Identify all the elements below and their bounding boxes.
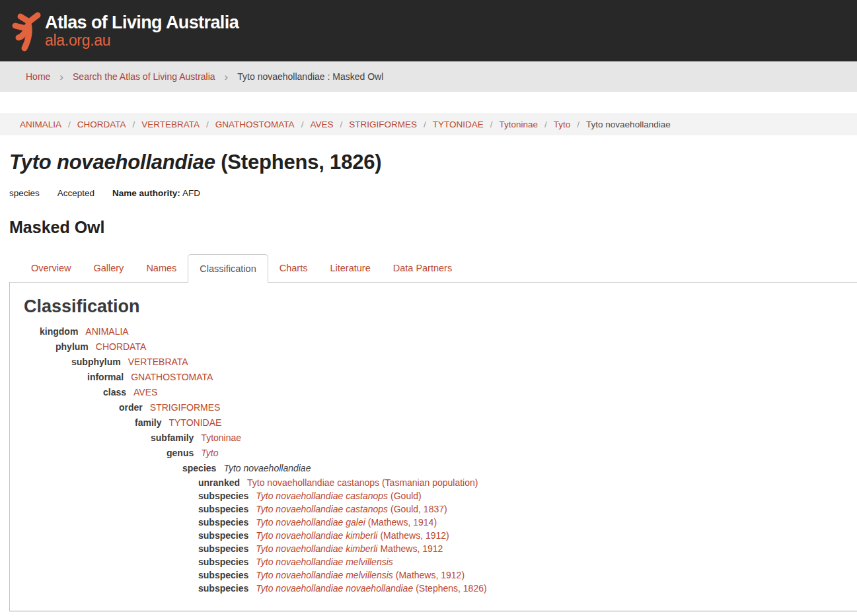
- tab-data-partners[interactable]: Data Partners: [382, 254, 463, 282]
- taxonomy-separator: /: [68, 120, 71, 129]
- taxonomy-breadcrumb-item: Tytoninae /: [499, 120, 553, 129]
- page-title: Tyto novaehollandiae (Stephens, 1826): [9, 151, 857, 174]
- breadcrumb-separator-icon: ›: [59, 71, 63, 83]
- taxon-link[interactable]: Tyto novaehollandiae castanops (Tasmania…: [247, 477, 478, 488]
- rank-label: informal: [87, 372, 124, 382]
- taxon-name: Tyto novaehollandiae melvillensis: [256, 557, 393, 567]
- taxonomy-breadcrumb-link[interactable]: AVES: [310, 120, 333, 129]
- taxon-link[interactable]: Tyto novaehollandiae kimberli(Mathews, 1…: [256, 530, 449, 541]
- main-content: Tyto novaehollandiae (Stephens, 1826) sp…: [0, 151, 857, 611]
- taxon-name: GNATHOSTOMATA: [131, 372, 213, 382]
- taxon-link[interactable]: Tyto novaehollandiae castanops(Gould): [256, 491, 421, 501]
- rank-label: subspecies: [198, 530, 248, 541]
- tab-list: Overview Gallery Names Classification Ch…: [20, 254, 857, 282]
- taxon-link[interactable]: Tyto novaehollandiae melvillensis(Mathew…: [256, 570, 465, 580]
- classification-row: kingdomANIMALIA: [24, 324, 844, 339]
- tab-overview[interactable]: Overview: [20, 254, 82, 282]
- breadcrumb-link[interactable]: Search the Atlas of Living Australia: [73, 71, 215, 82]
- rank-label: kingdom: [40, 326, 78, 337]
- taxon-author: (Gould, 1837): [391, 504, 447, 514]
- taxon-name: Tytoninae: [201, 432, 241, 443]
- rank-label: species: [182, 463, 216, 473]
- tab-literature[interactable]: Literature: [318, 254, 381, 282]
- classification-row: genusTyto: [24, 446, 844, 461]
- taxonomy-breadcrumb-link[interactable]: STRIGIFORMES: [349, 120, 417, 129]
- rank-label: subfamily: [151, 432, 194, 443]
- site-header: Atlas of Living Australia ala.org.au: [0, 0, 857, 61]
- taxon-name: VERTEBRATA: [128, 357, 188, 367]
- classification-row: subspeciesTyto novaehollandiae melvillen…: [24, 555, 844, 568]
- ala-logo-icon: [7, 8, 44, 54]
- taxon-name: CHORDATA: [96, 341, 146, 352]
- taxonomy-breadcrumb-item: STRIGIFORMES /: [349, 120, 433, 129]
- taxon-link[interactable]: Tyto novaehollandiae kimberliMathews, 19…: [256, 543, 443, 554]
- breadcrumb-separator-icon: ›: [225, 71, 229, 83]
- classification-row: subspeciesTyto novaehollandiae kimberli(…: [24, 529, 844, 542]
- classification-heading: Classification: [24, 296, 844, 317]
- taxonomy-separator: /: [424, 120, 426, 129]
- taxon-link[interactable]: ANIMALIA: [85, 326, 128, 337]
- classification-list: kingdomANIMALIA phylumCHORDATA subphylum…: [24, 324, 844, 595]
- taxon-link[interactable]: Tyto novaehollandiae castanops(Gould, 18…: [256, 504, 447, 514]
- taxonomy-separator: /: [340, 120, 342, 129]
- spacer: [0, 92, 857, 113]
- taxonomy-breadcrumb-link[interactable]: Tyto: [554, 120, 571, 129]
- taxon-link: Tyto novaehollandiae: [223, 463, 311, 473]
- taxon-author: (Mathews, 1914): [368, 517, 437, 528]
- tab-label: Names: [146, 263, 176, 273]
- tab-label: Classification: [200, 263, 256, 274]
- taxon-name: Tyto novaehollandiae castanops (Tasmania…: [247, 477, 478, 488]
- taxonomy-breadcrumb-item: ANIMALIA /: [20, 120, 77, 129]
- rank-label: genus: [167, 448, 194, 458]
- taxonomy-breadcrumb-item: Tyto /: [554, 120, 586, 129]
- taxonomy-separator: /: [544, 120, 547, 129]
- taxon-link[interactable]: Tyto novaehollandiae galei(Mathews, 1914…: [256, 517, 437, 528]
- tab-names[interactable]: Names: [135, 254, 188, 282]
- tab-classification[interactable]: Classification: [188, 254, 268, 283]
- classification-row: subspeciesTyto novaehollandiae castanops…: [24, 489, 844, 502]
- taxonomy-breadcrumb-item: GNATHOSTOMATA /: [215, 120, 311, 129]
- taxon-link[interactable]: CHORDATA: [96, 341, 146, 352]
- tab-label: Literature: [330, 263, 370, 273]
- taxonomy-breadcrumb-link[interactable]: ANIMALIA: [20, 120, 61, 129]
- taxonomy-breadcrumb-link[interactable]: TYTONIDAE: [433, 120, 484, 129]
- rank-label: family: [135, 417, 161, 428]
- rank-label: subspecies: [198, 504, 248, 514]
- taxon-name: Tyto novaehollandiae kimberli: [256, 530, 377, 541]
- taxonomy-breadcrumb-item: TYTONIDAE /: [433, 120, 500, 129]
- taxon-meta: species Accepted Name authority: AFD: [9, 188, 857, 198]
- classification-panel: Classification kingdomANIMALIA phylumCHO…: [9, 282, 857, 611]
- rank-label: subspecies: [198, 543, 248, 554]
- tab-charts[interactable]: Charts: [268, 254, 319, 282]
- taxonomy-breadcrumb-link[interactable]: VERTEBRATA: [141, 120, 200, 129]
- taxon-name: AVES: [133, 387, 157, 397]
- taxon-name: TYTONIDAE: [168, 417, 221, 428]
- breadcrumb-item: Home ›: [26, 71, 73, 83]
- taxonomy-separator: /: [206, 120, 209, 129]
- breadcrumb-item: Tyto novaehollandiae : Masked Owl: [237, 71, 383, 82]
- status-badge: Accepted: [57, 188, 94, 198]
- taxon-link[interactable]: TYTONIDAE: [168, 417, 221, 428]
- ala-home-link[interactable]: Atlas of Living Australia ala.org.au: [7, 8, 239, 54]
- taxon-link[interactable]: VERTEBRATA: [128, 357, 188, 367]
- taxon-link[interactable]: Tyto novaehollandiae melvillensis: [256, 557, 393, 567]
- taxonomy-breadcrumb-link[interactable]: GNATHOSTOMATA: [215, 120, 295, 129]
- taxon-author: (Mathews, 1912): [396, 570, 465, 580]
- rank-label: class: [103, 387, 126, 397]
- taxon-name: Tyto: [201, 448, 218, 458]
- name-authority-label: Name authority:: [112, 188, 180, 198]
- taxon-name: Tyto novaehollandiae: [223, 463, 311, 473]
- tab-gallery[interactable]: Gallery: [82, 254, 135, 282]
- breadcrumb-link[interactable]: Home: [26, 71, 50, 82]
- taxon-link[interactable]: AVES: [133, 387, 157, 397]
- taxonomy-breadcrumb-link[interactable]: CHORDATA: [77, 120, 126, 129]
- taxon-link[interactable]: Tytoninae: [201, 432, 241, 443]
- taxon-link[interactable]: STRIGIFORMES: [150, 402, 221, 413]
- taxon-link[interactable]: GNATHOSTOMATA: [131, 372, 213, 382]
- taxonomy-breadcrumb-link[interactable]: Tytoninae: [499, 120, 538, 129]
- taxon-name: Tyto novaehollandiae melvillensis: [256, 570, 393, 580]
- classification-row: subspeciesTyto novaehollandiae kimberliM…: [24, 542, 844, 555]
- taxon-link[interactable]: Tyto: [201, 448, 218, 458]
- scientific-name: Tyto novaehollandiae: [9, 151, 215, 174]
- taxon-link[interactable]: Tyto novaehollandiae novaehollandiae(Ste…: [256, 583, 486, 594]
